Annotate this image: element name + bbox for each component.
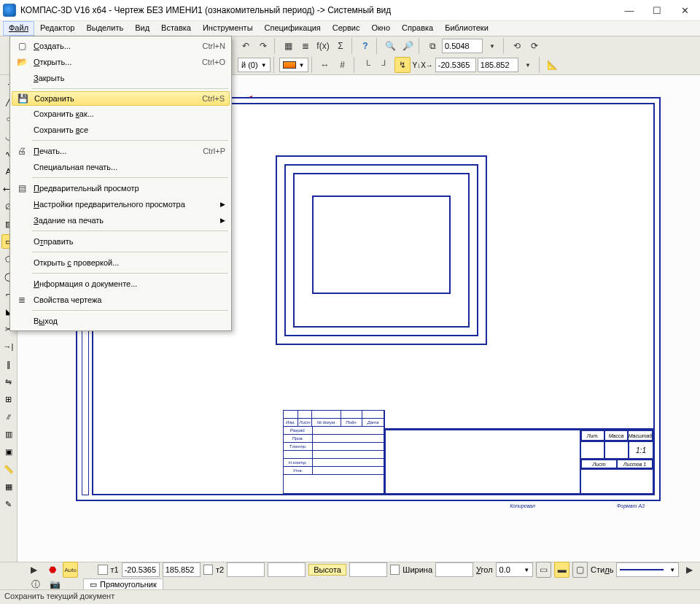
menu-window[interactable]: Окно	[365, 21, 396, 36]
menu-item-preview[interactable]: ▤ Предварительный просмотр	[12, 180, 230, 196]
menu-item-open[interactable]: 📂 Открыть... Ctrl+O	[12, 54, 230, 70]
more-right-icon[interactable]: ▶	[682, 562, 697, 578]
tool-view-icon[interactable]: ▣	[1, 444, 16, 459]
status-bar: Сохранить текущий документ	[0, 589, 700, 604]
t1-label: т1	[111, 565, 119, 574]
undo-icon[interactable]: ↶	[238, 38, 254, 54]
library-icon[interactable]: ▦	[280, 38, 296, 54]
drawing-content-rects	[276, 155, 487, 345]
preview-icon: ▤	[13, 183, 31, 193]
height-label: Высота	[308, 564, 346, 576]
tool-edit-icon[interactable]: ✎	[1, 497, 16, 511]
local-cs-icon[interactable]: ↯	[394, 57, 411, 73]
linestyle-selector[interactable]: ▼	[279, 58, 308, 72]
menu-item-save[interactable]: 💾 Сохранить Ctrl+S	[12, 91, 230, 106]
menu-item-print-task[interactable]: Задание на печать▶	[12, 212, 230, 228]
menu-item-exit[interactable]: Выход	[12, 313, 230, 329]
t2-checkbox[interactable]	[203, 565, 213, 575]
menu-item-doc-info[interactable]: Информация о документе...	[12, 276, 230, 292]
coord-dropdown-icon[interactable]: ▼	[520, 57, 536, 73]
axis-on-icon[interactable]: ▬	[554, 562, 569, 578]
title-bar: КОМПАС-3D V16 x64 - Чертеж БЕЗ ИМЕНИ1 (о…	[0, 0, 700, 20]
menu-select[interactable]: Выделить	[80, 21, 129, 36]
menu-item-send[interactable]: Отправить	[12, 233, 230, 249]
close-button[interactable]: ✕	[672, 2, 697, 18]
width-checkbox[interactable]	[390, 565, 400, 575]
menu-item-save-as[interactable]: Сохранить как...	[12, 106, 230, 122]
tool-array-icon[interactable]: ⊞	[1, 392, 16, 406]
input-auto-icon[interactable]: ▶	[26, 562, 42, 578]
tool-extend-icon[interactable]: →|	[1, 339, 16, 354]
coord-y-field[interactable]	[478, 58, 518, 72]
style-selector[interactable]: ▼	[616, 562, 679, 577]
tool-mirror-icon[interactable]: ⇋	[1, 374, 16, 389]
t1-checkbox[interactable]	[98, 565, 107, 575]
auto-create-icon[interactable]: Auto	[63, 562, 78, 578]
width-field[interactable]	[435, 562, 473, 577]
menu-item-special-print[interactable]: Специальная печать...	[12, 159, 230, 175]
format-label: Формат A3	[617, 503, 645, 508]
ortho-icon[interactable]: └	[359, 57, 376, 73]
tool-section-icon[interactable]: ▥	[1, 427, 16, 441]
menu-insert[interactable]: Вставка	[155, 21, 197, 36]
properties-icon: ≣	[13, 295, 31, 305]
t2-y-field[interactable]	[268, 562, 306, 577]
t1-x-field[interactable]	[122, 562, 160, 577]
menu-item-create[interactable]: ▢ ССоздать...оздать... Ctrl+N	[12, 38, 230, 54]
snap-icon[interactable]: ┘	[377, 57, 393, 73]
variables-icon[interactable]: ≣	[298, 38, 314, 54]
copy-label: Копировал	[510, 503, 535, 508]
zoom-in-icon[interactable]: 🔍	[382, 38, 398, 54]
tab-rectangle[interactable]: ▭ Прямоугольник	[83, 578, 163, 591]
file-menu-dropdown: ▢ ССоздать...оздать... Ctrl+N 📂 Открыть.…	[9, 36, 232, 331]
menu-item-close[interactable]: Закрыть	[12, 70, 230, 86]
maximize-button[interactable]: ☐	[645, 2, 669, 18]
dim-linear-icon[interactable]: ↔	[317, 57, 333, 73]
menu-bar: Файл Редактор Выделить Вид Вставка Инстр…	[0, 20, 700, 36]
menu-item-preview-settings[interactable]: Настройки предварительного просмотра▶	[12, 196, 230, 212]
view-next-icon[interactable]: ⟳	[526, 38, 542, 54]
zoom-field[interactable]	[442, 39, 483, 53]
height-field[interactable]	[349, 562, 387, 577]
menu-item-drawing-props[interactable]: ≣ Свойства чертежа	[12, 292, 230, 308]
menu-item-save-all[interactable]: Сохранить все	[12, 122, 230, 138]
tool-break-icon[interactable]: ⫽	[1, 409, 16, 424]
fx-icon[interactable]: f(x)	[315, 38, 331, 54]
menu-item-open-check[interactable]: Открыть с проверкой...	[12, 255, 230, 271]
menu-spec[interactable]: Спецификация	[259, 21, 327, 36]
angle-field[interactable]: 0.0▼	[496, 562, 534, 577]
angle-label: Угол	[476, 565, 493, 574]
menu-libs[interactable]: Библиотеки	[439, 21, 494, 36]
tool-table-icon[interactable]: ▦	[1, 479, 16, 494]
coord-x-field[interactable]	[435, 58, 476, 72]
menu-service[interactable]: Сервис	[327, 21, 366, 36]
layer-selector[interactable]: й (0)▼	[238, 58, 271, 72]
stop-icon[interactable]: ⬣	[44, 562, 60, 578]
help-icon[interactable]: ?	[357, 38, 373, 54]
menu-editor[interactable]: Редактор	[34, 21, 80, 36]
menu-view[interactable]: Вид	[129, 21, 155, 36]
revision-block: Изм.Лист№ докум.Подп.Дата Разраб. Пров. …	[283, 410, 385, 494]
menu-help[interactable]: Справка	[396, 21, 439, 36]
menu-file[interactable]: Файл	[3, 21, 34, 36]
t1-y-field[interactable]	[163, 562, 201, 577]
tool-measure-icon[interactable]: 📏	[1, 462, 16, 476]
style-label: Стиль	[591, 565, 613, 574]
zoom-window-icon[interactable]: ⧉	[424, 38, 440, 54]
zoom-out-icon[interactable]: 🔎	[400, 38, 416, 54]
t2-x-field[interactable]	[227, 562, 265, 577]
width-label: Ширина	[402, 565, 432, 574]
tool-offset-icon[interactable]: ‖	[1, 357, 16, 371]
corners-icon[interactable]: ▢	[572, 562, 588, 578]
window-title: КОМПАС-3D V16 x64 - Чертеж БЕЗ ИМЕНИ1 (о…	[20, 5, 614, 15]
redo-icon[interactable]: ↷	[255, 38, 271, 54]
measure-icon[interactable]: 📐	[545, 57, 561, 73]
sigma-icon[interactable]: Σ	[332, 38, 349, 54]
menu-item-print[interactable]: 🖨 Печать... Ctrl+P	[12, 143, 230, 159]
grid-icon[interactable]: #	[335, 57, 351, 73]
view-previous-icon[interactable]: ⟲	[509, 38, 525, 54]
zoom-dropdown-icon[interactable]: ▼	[484, 38, 500, 54]
menu-tools[interactable]: Инструменты	[197, 21, 259, 36]
minimize-button[interactable]: —	[617, 2, 642, 18]
axis-off-icon[interactable]: ▭	[536, 562, 551, 578]
